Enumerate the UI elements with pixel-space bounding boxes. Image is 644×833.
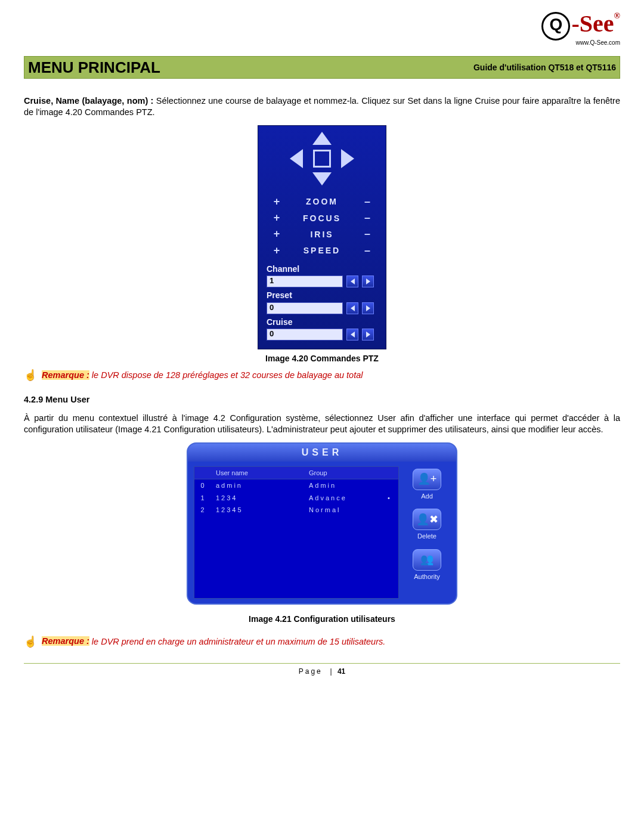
footer-divider [24, 663, 620, 664]
table-header: User name Group [194, 467, 398, 479]
row-username: 1234 [212, 492, 305, 504]
hand-point-icon: ☝ [24, 368, 37, 382]
channel-prev-button[interactable] [346, 275, 358, 287]
speed-label: SPEED [282, 245, 362, 256]
logo-brand-text: -See [571, 10, 614, 37]
delete-user-icon: 👤✖ [413, 509, 441, 530]
authority-icon: 👥 [413, 549, 441, 571]
page-num: 41 [338, 667, 345, 676]
ptz-speed-row: + SPEED – [258, 243, 386, 259]
page-title: MENU PRINCIPAL [28, 58, 160, 77]
remark-2-text: le DVR prend en charge un administrateur… [92, 636, 385, 646]
ptz-dpad [286, 132, 358, 185]
speed-minus-button[interactable]: – [362, 244, 373, 258]
topbar: Q-See® www.Q-See.com [24, 12, 620, 51]
focus-label: FOCUS [282, 213, 362, 224]
authority-label: Authority [414, 573, 439, 580]
preset-label: Preset [267, 290, 377, 301]
ptz-zoom-row: + ZOOM – [258, 194, 386, 210]
channel-label: Channel [267, 264, 377, 274]
table-row[interactable]: 0 admin Admin [194, 479, 398, 491]
arrow-left-icon[interactable] [290, 149, 303, 168]
zoom-label: ZOOM [282, 196, 362, 207]
iris-plus-button[interactable]: + [271, 227, 282, 241]
figure-user-caption: Image 4.21 Configuration utilisateurs [24, 614, 620, 624]
delete-user-button[interactable]: 👤✖ Delete [413, 509, 441, 540]
row-username: 12345 [212, 504, 305, 516]
zoom-plus-button[interactable]: + [271, 195, 282, 209]
remark-1-label: Remarque : [42, 370, 89, 380]
intro-lead: Cruise, Name (balayage, nom) : [24, 96, 156, 106]
focus-minus-button[interactable]: – [362, 211, 373, 225]
ptz-focus-row: + FOCUS – [258, 210, 386, 226]
row-index: 0 [194, 479, 212, 491]
table-row[interactable]: 2 12345 Normal [194, 504, 398, 516]
add-user-icon: 👤+ [413, 469, 441, 490]
section-paragraph: À partir du menu contextuel illustré à l… [24, 413, 620, 435]
remark-1-text: le DVR dispose de 128 préréglages et 32 … [92, 370, 363, 380]
remark-2-label: Remarque : [42, 636, 89, 646]
remark-2: ☝ Remarque : le DVR prend en charge un a… [24, 635, 620, 649]
channel-next-button[interactable] [362, 275, 374, 287]
page: Q-See® www.Q-See.com MENU PRINCIPAL Guid… [0, 0, 644, 699]
section-heading: 4.2.9 Menu User [24, 394, 620, 405]
iris-minus-button[interactable]: – [362, 227, 373, 241]
table-row[interactable]: 1 1234 Advance • [194, 492, 398, 504]
cruise-label: Cruise [267, 317, 377, 327]
user-window-title: USER [188, 444, 456, 462]
row-group: Advance [305, 492, 384, 504]
row-username: admin [212, 479, 305, 491]
add-user-button[interactable]: 👤+ Add [413, 469, 441, 500]
row-index: 1 [194, 492, 212, 504]
header-band: MENU PRINCIPAL Guide d'utilisation QT518… [24, 56, 620, 79]
chevron-left-icon [351, 278, 355, 284]
arrow-up-icon[interactable] [312, 132, 332, 145]
arrow-right-icon[interactable] [341, 149, 354, 168]
preset-next-button[interactable] [362, 302, 374, 314]
figure-ptz-caption: Image 4.20 Commandes PTZ [24, 353, 620, 364]
hand-point-icon: ☝ [24, 635, 37, 649]
col-group: Group [305, 467, 384, 479]
speed-plus-button[interactable]: + [271, 244, 282, 258]
guide-subtitle: Guide d'utilisation QT518 et QT5116 [473, 63, 616, 72]
iris-label: IRIS [282, 229, 362, 240]
arrow-down-icon[interactable] [312, 172, 332, 185]
figure-user: USER User name Group 0 admin Admin [24, 442, 620, 624]
cruise-next-button[interactable] [362, 329, 374, 340]
stop-icon[interactable] [313, 150, 331, 168]
user-table: User name Group 0 admin Admin 1 12 [194, 466, 399, 599]
intro-paragraph: Cruise, Name (balayage, nom) : Sélection… [24, 95, 620, 118]
chevron-right-icon [366, 278, 370, 284]
logo-q-icon: Q [541, 12, 570, 41]
chevron-right-icon [366, 332, 370, 337]
user-window: USER User name Group 0 admin Admin [187, 442, 457, 605]
row-group: Admin [305, 479, 384, 491]
ptz-panel: + ZOOM – + FOCUS – + IRIS – + SPEED [258, 125, 386, 349]
chevron-left-icon [351, 305, 355, 311]
preset-prev-button[interactable] [346, 302, 358, 314]
focus-plus-button[interactable]: + [271, 211, 282, 225]
qsee-logo: Q-See® www.Q-See.com [541, 12, 620, 46]
cruise-prev-button[interactable] [346, 329, 358, 340]
ptz-iris-row: + IRIS – [258, 226, 386, 242]
col-username: User name [212, 467, 305, 479]
page-label: Page [299, 667, 323, 676]
chevron-right-icon [366, 305, 370, 311]
row-mark: • [384, 492, 398, 504]
add-label: Add [421, 493, 433, 500]
zoom-minus-button[interactable]: – [362, 195, 373, 209]
authority-button[interactable]: 👥 Authority [413, 549, 441, 581]
row-group: Normal [305, 504, 384, 516]
preset-input[interactable]: 0 [267, 302, 343, 314]
row-index: 2 [194, 504, 212, 516]
chevron-left-icon [351, 332, 355, 337]
delete-label: Delete [417, 532, 436, 540]
channel-input[interactable]: 1 [267, 275, 343, 287]
page-number: Page | 41 [24, 667, 620, 676]
figure-ptz: + ZOOM – + FOCUS – + IRIS – + SPEED [24, 125, 620, 364]
remark-1: ☝ Remarque : le DVR dispose de 128 préré… [24, 368, 620, 382]
cruise-input[interactable]: 0 [267, 329, 343, 340]
logo-registered-icon: ® [614, 11, 620, 20]
